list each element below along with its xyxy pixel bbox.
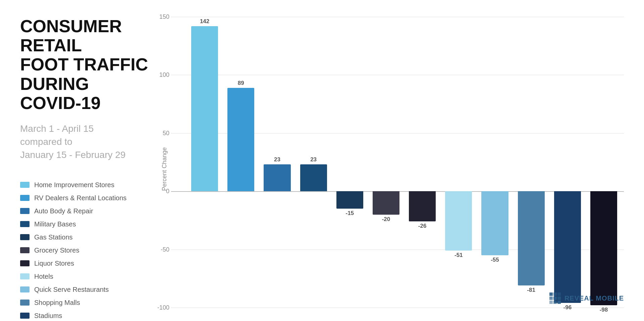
bar-value-label: -51 (442, 252, 475, 259)
title-line3: DURING COVID-19 (20, 74, 101, 113)
legend-swatch (20, 234, 30, 240)
bar (590, 191, 617, 305)
bar-group: -15 (333, 17, 367, 308)
right-panel: Percent Change 150100500-50-100142892323… (161, 13, 624, 308)
bar (518, 191, 545, 285)
y-tick-label: 50 (153, 129, 169, 137)
legend-swatch (20, 247, 30, 253)
subtitle-line2: compared to (20, 137, 72, 147)
y-tick-label: 150 (153, 13, 169, 20)
legend-swatch (20, 286, 30, 292)
bar-group: -96 (551, 17, 584, 308)
legend-swatch (20, 195, 30, 201)
legend-label: Military Bases (34, 220, 76, 228)
bar-value-label: -98 (587, 307, 621, 313)
bar-value-label: 23 (297, 156, 330, 163)
bar-group: -55 (478, 17, 512, 308)
y-tick-label: 0 (153, 188, 169, 195)
grid-and-bars: 150100500-50-100142892323-15-20-26-51-55… (171, 17, 624, 308)
legend-swatch (20, 260, 30, 266)
bar (300, 164, 327, 191)
bar-value-label: 142 (188, 18, 221, 25)
bar-value-label: -20 (369, 216, 403, 223)
bar-value-label: -81 (515, 287, 548, 293)
bar (227, 88, 254, 192)
brand-icon (549, 292, 561, 304)
bar (264, 164, 290, 191)
bar (481, 191, 508, 255)
legend-swatch (20, 182, 30, 188)
branding: REVEAL MOBILE (549, 292, 624, 304)
bars-container: 142892323-15-20-26-51-55-81-96-98 (184, 17, 624, 308)
left-panel: CONSUMER RETAIL FOOT TRAFFIC DURING COVI… (20, 13, 161, 308)
legend-swatch (20, 208, 30, 214)
bar-value-label: -26 (406, 223, 439, 229)
svg-rect-8 (557, 301, 561, 304)
svg-rect-7 (553, 301, 557, 304)
bar-group: -51 (442, 17, 475, 308)
svg-rect-6 (549, 301, 553, 304)
legend-item: Quick Serve Restaurants (20, 286, 151, 293)
main-title: CONSUMER RETAIL FOOT TRAFFIC DURING COVI… (20, 17, 151, 113)
legend-item: Auto Body & Repair (20, 207, 151, 215)
y-tick-label: 100 (153, 71, 169, 78)
legend-label: Gas Stations (34, 233, 73, 241)
chart-inner: 150100500-50-100142892323-15-20-26-51-55… (171, 17, 624, 308)
svg-rect-3 (549, 297, 553, 300)
legend-label: Shopping Malls (34, 299, 80, 307)
subtitle: March 1 - April 15 compared to January 1… (20, 122, 151, 162)
bar-group: -98 (587, 17, 621, 308)
legend-label: Quick Serve Restaurants (34, 286, 109, 293)
legend-label: Hotels (34, 273, 53, 280)
bar (373, 191, 399, 214)
legend: Home Improvement Stores RV Dealers & Ren… (20, 181, 151, 321)
bar (554, 191, 581, 303)
bar-value-label: -15 (333, 210, 367, 217)
y-axis-label: Percent Change (161, 17, 171, 308)
legend-label: Auto Body & Repair (34, 207, 93, 215)
legend-label: Grocery Stores (34, 247, 79, 254)
legend-swatch (20, 300, 30, 306)
bar-group: 89 (224, 17, 258, 308)
bar-group: 23 (297, 17, 330, 308)
svg-rect-1 (553, 292, 557, 296)
legend-label: Stadiums (34, 312, 62, 320)
legend-item: Home Improvement Stores (20, 181, 151, 189)
bar (191, 26, 218, 191)
legend-item: RV Dealers & Rental Locations (20, 194, 151, 202)
bar (445, 191, 472, 251)
legend-item: Liquor Stores (20, 260, 151, 267)
bar (409, 191, 436, 221)
legend-item: Military Bases (20, 220, 151, 228)
brand-name: REVEAL MOBILE (565, 295, 624, 302)
legend-item: Shopping Malls (20, 299, 151, 307)
svg-rect-0 (549, 292, 553, 296)
legend-item: Gas Stations (20, 233, 151, 241)
bar-group: -81 (515, 17, 548, 308)
subtitle-line3: January 15 - February 29 (20, 150, 125, 160)
bar (336, 191, 363, 209)
y-tick-label: -100 (153, 304, 169, 311)
subtitle-line1: March 1 - April 15 (20, 123, 94, 134)
bar-value-label: -55 (478, 257, 512, 263)
legend-swatch (20, 221, 30, 227)
page-container: CONSUMER RETAIL FOOT TRAFFIC DURING COVI… (0, 0, 644, 321)
legend-label: Liquor Stores (34, 260, 74, 267)
chart-area: Percent Change 150100500-50-100142892323… (161, 17, 624, 308)
bar-group: -26 (406, 17, 439, 308)
legend-item: Hotels (20, 273, 151, 280)
svg-rect-5 (557, 297, 561, 300)
bar-group: 142 (188, 17, 221, 308)
legend-label: Home Improvement Stores (34, 181, 114, 189)
title-line1: CONSUMER RETAIL (20, 16, 122, 55)
legend-swatch (20, 273, 30, 279)
legend-label: RV Dealers & Rental Locations (34, 194, 126, 202)
legend-item: Grocery Stores (20, 247, 151, 254)
svg-rect-4 (553, 297, 557, 300)
bar-value-label: -96 (551, 304, 584, 311)
svg-rect-2 (557, 292, 561, 296)
legend-item: Stadiums (20, 312, 151, 320)
title-line2: FOOT TRAFFIC (20, 55, 148, 74)
y-tick-label: -50 (153, 246, 169, 253)
legend-swatch (20, 313, 30, 319)
